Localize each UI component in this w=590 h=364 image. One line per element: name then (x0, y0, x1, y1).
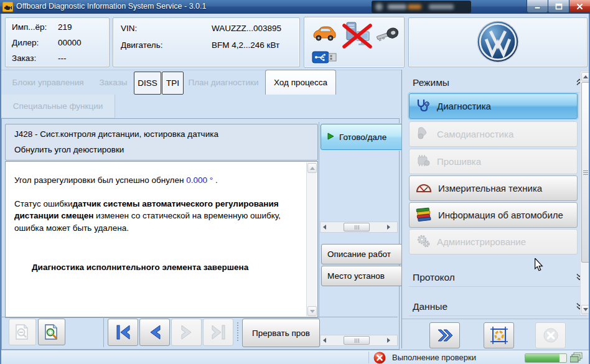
scrollbar-thumb[interactable] (344, 223, 370, 231)
engine-label: Двигатель: (121, 40, 162, 50)
mode-vehicle-info-label: Информация об автомобиле (438, 210, 563, 220)
connection-error-icon (342, 21, 373, 52)
procedure-header: J428 - Сист.контроля дистанции, юстировк… (5, 124, 318, 161)
cancel-button[interactable] (535, 322, 566, 348)
toolbar-divider (2, 317, 398, 317)
completion-line: Диагностика исполнительного элемента зав… (32, 261, 294, 274)
title-bar[interactable]: Offboard Diagnostic Information System S… (0, 0, 590, 14)
brand-panel (408, 17, 588, 67)
protocol-title: Протокол (413, 272, 455, 283)
nav-first-icon (115, 324, 132, 340)
dealer-panel: Имп...ёр: 219 Дилер: 00000 Заказ: --- (5, 17, 110, 67)
progress-bar (525, 353, 567, 363)
focus-frame-icon (490, 326, 508, 345)
procedure-output: Угол разрегулировки был успешно обнулен … (5, 161, 318, 318)
column-scrollbar-top[interactable] (320, 222, 398, 233)
tab-orders[interactable]: Заказы (95, 71, 132, 93)
scroll-down-arrow[interactable] (307, 306, 317, 316)
nav-prev-button[interactable] (139, 319, 170, 346)
connection-status-panel (304, 17, 405, 68)
sidebar: Режимы Диагностика (401, 70, 590, 348)
install-location-label: Место установ (327, 271, 385, 281)
mode-self-diagnosis-button[interactable]: Самодиагностика (409, 121, 578, 147)
fast-forward-icon (436, 329, 454, 342)
done-next-button[interactable]: Готово/дале (321, 124, 404, 150)
modes-section-header[interactable]: Режимы (409, 73, 587, 93)
mode-vehicle-info-button[interactable]: Информация об автомобиле (409, 202, 578, 228)
order-label: Заказ: (12, 54, 36, 63)
zoom-out-document-icon (14, 324, 30, 341)
engine-value: BFM 4,2...246 кВт (212, 40, 279, 50)
toolbar-separator (103, 317, 104, 347)
mode-measurement-button[interactable]: Измерительная техника (409, 175, 578, 201)
work-description-button[interactable]: Описание работ (321, 244, 403, 264)
abort-test-button[interactable]: Прервать пров (242, 319, 320, 347)
zoom-in-document-button[interactable] (38, 319, 65, 345)
scrollbar-thumb[interactable] (344, 336, 370, 345)
scroll-up-arrow[interactable] (307, 163, 317, 173)
usb-icon (312, 50, 338, 67)
maximize-button[interactable] (548, 0, 570, 13)
toolbar-grip (237, 322, 240, 341)
window-title: Offboard Diagnostic Information System S… (16, 2, 206, 11)
scroll-left-arrow[interactable] (323, 225, 326, 230)
mode-diagnostics-label: Диагностика (437, 101, 491, 111)
scroll-right-arrow[interactable] (387, 225, 390, 230)
tab-special-functions[interactable]: Специальные функции (1, 95, 115, 118)
tab-diagnostic-plan[interactable]: План диагностики (184, 71, 263, 93)
tab-control-units[interactable]: Блоки управления (2, 71, 93, 93)
blurred-overlay (372, 1, 471, 13)
nav-prev-icon (147, 324, 163, 340)
focus-frame-button[interactable] (484, 322, 514, 348)
minimize-button[interactable] (527, 0, 548, 13)
install-location-button[interactable]: Место установ (321, 266, 403, 286)
tab-process-flow[interactable]: Ход процесса (265, 70, 336, 95)
result-value: 0.000 ° (186, 175, 213, 185)
procedure-output-text: Угол разрегулировки был успешно обнулен … (14, 169, 294, 274)
nav-last-button[interactable] (203, 319, 233, 346)
tab-diss[interactable]: DISS (134, 72, 161, 95)
self-diagnosis-icon (416, 126, 431, 142)
mode-administration-button[interactable]: Администрирование (409, 229, 578, 254)
cascade-windows-icon[interactable] (570, 352, 583, 364)
books-icon (416, 207, 432, 223)
fast-forward-button[interactable] (429, 322, 460, 348)
gauge-icon (416, 182, 432, 195)
zoom-in-document-icon (44, 324, 60, 341)
abort-test-label: Прервать пров (252, 329, 310, 338)
tab-tpi[interactable]: TPI (162, 72, 184, 95)
column-divider (319, 122, 319, 347)
nav-first-button[interactable] (108, 319, 138, 346)
nav-last-icon (210, 324, 227, 340)
vw-logo (476, 20, 520, 65)
done-next-label: Готово/дале (339, 133, 386, 142)
status-text: Выполнение проверки (392, 353, 476, 362)
importer-value: 219 (58, 22, 72, 32)
data-section-header[interactable]: Данные (409, 298, 587, 316)
close-button[interactable] (569, 0, 590, 13)
result-prefix: Угол разрегулировки был успешно обнулен (14, 175, 186, 185)
vin-value: WAUZZZ...003895 (212, 24, 281, 33)
window-frame-left (0, 14, 1, 364)
protocol-section-header[interactable]: Протокол (409, 269, 587, 287)
odis-window: Offboard Diagnostic Information System S… (0, 0, 590, 364)
error-icon (373, 352, 386, 364)
nav-next-button[interactable] (171, 319, 202, 346)
zoom-out-document-button[interactable] (9, 319, 36, 345)
vehicle-header: Имп...ёр: 219 Дилер: 00000 Заказ: --- VI… (0, 14, 590, 70)
mode-diagnostics-button[interactable]: Диагностика (409, 93, 578, 119)
vin-panel: VIN: WAUZZZ...003895 Двигатель: BFM 4,2.… (113, 17, 300, 67)
sidebar-bottom-panel (402, 319, 590, 349)
scroll-right-arrow[interactable] (387, 338, 390, 343)
column-scrollbar-bottom[interactable] (320, 335, 398, 346)
play-icon (327, 133, 334, 142)
status-bar: Выполнение проверки (0, 350, 590, 364)
output-scrollbar[interactable] (306, 162, 317, 316)
status-prefix: Статус ошибки (14, 199, 73, 208)
result-line: Угол разрегулировки был успешно обнулен … (14, 174, 294, 187)
scroll-left-arrow[interactable] (323, 338, 326, 343)
key-icon (375, 26, 400, 45)
mode-flash-button[interactable]: Прошивка (409, 149, 578, 174)
mode-measurement-label: Измерительная техника (438, 183, 542, 194)
data-title: Данные (413, 301, 447, 312)
